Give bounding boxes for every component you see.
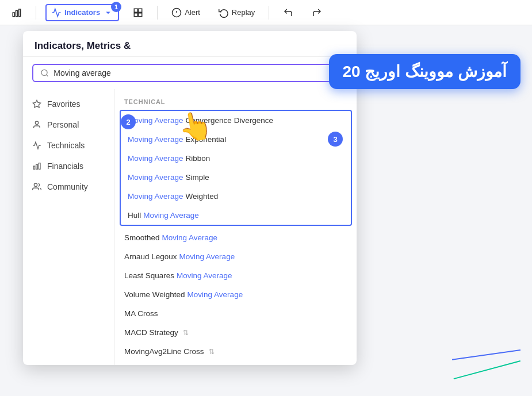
separator-1 [36, 6, 36, 20]
nav-technicals-label: Technicals [47, 141, 85, 150]
main-area: آموزش مووینگ اوریج 20 DiaryTraderz.com 👆… [0, 25, 532, 396]
replay-label: Replay [232, 8, 255, 17]
svg-rect-1 [16, 10, 18, 17]
nav-favorites-label: Favorites [47, 99, 81, 109]
result-least-squares-ma[interactable]: Least Squares Moving Average [115, 266, 357, 285]
nav-item-technicals[interactable]: Technicals [23, 135, 114, 156]
redo-button[interactable] [307, 5, 327, 20]
result-macd-strategy[interactable]: MACD Strategy ⇅ [115, 323, 357, 342]
svg-rect-2 [19, 9, 21, 17]
chart-area: آموزش مووینگ اوریج 20 DiaryTraderz.com 👆… [0, 25, 532, 396]
result-ma-exponential[interactable]: Moving Average Exponential [121, 130, 351, 149]
result-movingavg2line-cross[interactable]: MovingAvg2Line Cross ⇅ [115, 342, 357, 361]
result-ma-ribbon[interactable]: Moving Average Ribbon [121, 149, 351, 168]
result-smoothed-ma[interactable]: Smoothed Moving Average [115, 228, 357, 247]
undo-button[interactable] [278, 5, 298, 20]
separator-2 [157, 6, 158, 20]
highlighted-results-box: Moving Average Convergence Divergence Mo… [120, 110, 352, 226]
alert-label: Alert [185, 8, 200, 17]
persian-banner: آموزش مووینگ اوریج 20 [329, 54, 521, 89]
chart-green-line [454, 360, 520, 379]
svg-point-10 [41, 70, 47, 75]
svg-rect-6 [139, 13, 142, 16]
nav-community-label: Community [47, 182, 88, 191]
results-area: TECHNICAL Moving Average Convergence Div… [115, 89, 357, 365]
nav-item-community[interactable]: Community [23, 176, 114, 197]
hand-pointer: 👆 [176, 107, 216, 145]
search-bar [32, 64, 347, 82]
person-icon [32, 120, 41, 129]
technicals-icon [32, 141, 41, 150]
chart-blue-line [452, 349, 520, 360]
separator-3 [269, 6, 269, 20]
undo-icon [283, 7, 293, 18]
nav-personal-label: Personal [47, 120, 79, 129]
replay-button[interactable]: Replay [214, 5, 259, 20]
nav-item-financials[interactable]: Financials [23, 156, 114, 176]
chart-decoration [451, 43, 520, 385]
indicators-panel: Indicators, Metrics & Favorites [23, 31, 357, 365]
result-ma-weighted[interactable]: Moving Average Weighted [121, 187, 351, 206]
svg-line-11 [47, 75, 48, 76]
indicators-icon [51, 7, 62, 18]
section-label-technical: TECHNICAL [115, 94, 357, 107]
svg-rect-3 [134, 9, 137, 12]
nav-item-personal[interactable]: Personal [23, 114, 114, 135]
svg-point-17 [34, 183, 37, 186]
svg-rect-0 [13, 13, 14, 17]
alert-button[interactable]: Alert [167, 5, 205, 20]
svg-rect-15 [36, 164, 38, 169]
search-input[interactable] [53, 68, 339, 78]
chart-type-icon [12, 7, 22, 18]
svg-marker-12 [33, 100, 40, 107]
result-movingavg-cross[interactable]: MovingAvg Cross ⇅ [115, 361, 357, 365]
star-icon [32, 99, 41, 109]
svg-rect-4 [139, 9, 142, 12]
toolbar: Indicators 1 Alert Replay [0, 0, 532, 25]
step-badge-2: 2 [121, 114, 136, 129]
nav-financials-label: Financials [47, 162, 83, 171]
nav-item-favorites[interactable]: Favorites [23, 94, 114, 114]
community-icon [32, 182, 41, 191]
result-arnaud-ma[interactable]: Arnaud Legoux Moving Average [115, 247, 357, 266]
indicators-label: Indicators [64, 8, 100, 17]
svg-rect-14 [33, 166, 35, 169]
strategy-icon-macd: ⇅ [183, 329, 189, 337]
search-icon [40, 68, 49, 78]
svg-rect-16 [39, 163, 40, 170]
alert-icon [171, 7, 182, 18]
result-ma-simple[interactable]: Moving Average Simple [121, 168, 351, 187]
replay-icon [219, 7, 229, 18]
svg-point-13 [35, 121, 38, 124]
layout-icon [133, 7, 143, 18]
strategy-icon-2line: ⇅ [209, 348, 215, 356]
financials-icon [32, 162, 41, 171]
svg-rect-5 [134, 13, 137, 16]
result-ma-cross[interactable]: MA Cross [115, 304, 357, 323]
chart-type-button[interactable] [7, 5, 26, 20]
result-ma-convergence[interactable]: Moving Average Convergence Divergence [121, 111, 351, 130]
panel-header: Indicators, Metrics & [23, 31, 357, 57]
result-volume-weighted-ma[interactable]: Volume Weighted Moving Average [115, 285, 357, 304]
step-badge-1: 1 [111, 2, 121, 12]
redo-icon [312, 7, 322, 18]
result-hull-ma[interactable]: Hull Moving Average [121, 206, 351, 225]
step-badge-3: 3 [328, 132, 343, 147]
indicators-button[interactable]: Indicators 1 [45, 4, 119, 21]
left-nav: Favorites Personal Technicals Finan [23, 89, 115, 365]
layout-button[interactable] [128, 5, 148, 20]
